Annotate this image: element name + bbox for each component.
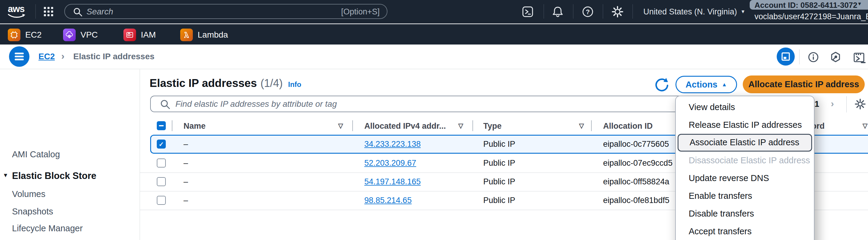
breadcrumb-bar: EC2 › Elastic IP addresses: [0, 45, 868, 69]
filter-funnel-icon[interactable]: ▽: [863, 122, 867, 129]
feedback-terminal-icon[interactable]: [852, 51, 864, 63]
cell-ip-link[interactable]: 34.233.223.138: [364, 139, 421, 149]
column-divider: [172, 120, 173, 131]
allocate-button-label: Allocate Elastic IP address: [748, 79, 859, 89]
aws-logo-text: aws: [8, 4, 25, 14]
menu-item-view-details[interactable]: View details: [676, 98, 814, 116]
help-icon[interactable]: ?: [581, 5, 594, 18]
cell-allocation-id: eipalloc-0fe81bdf5: [603, 196, 670, 205]
menu-item-associate-elastic-ip[interactable]: Associate Elastic IP address: [678, 134, 812, 152]
sidebar-section-elastic-block-store[interactable]: Elastic Block Store: [12, 170, 96, 181]
iam-service-icon: [123, 29, 136, 41]
favorite-lambda[interactable]: Lambda: [180, 28, 228, 42]
filter-funnel-icon[interactable]: ▽: [338, 122, 343, 129]
pagination-page-1[interactable]: 1: [814, 99, 819, 109]
topbar-divider: [632, 4, 633, 19]
actions-button-label: Actions: [685, 80, 717, 90]
cell-name: –: [184, 177, 188, 186]
vpc-service-icon: [63, 29, 76, 41]
column-header-name[interactable]: Name: [184, 122, 206, 131]
row-checkbox[interactable]: [157, 159, 166, 167]
favorite-iam[interactable]: IAM: [123, 28, 156, 42]
filter-search-icon: [160, 99, 170, 110]
cell-allocation-id: eipalloc-07ec9ccd5: [603, 159, 673, 168]
page-header: Elastic IP addresses (1/4) Info: [150, 77, 301, 90]
info-link[interactable]: Info: [288, 80, 301, 89]
menu-item-accept-transfers[interactable]: Accept transfers: [676, 222, 814, 240]
menu-item-release-elastic-ip[interactable]: Release Elastic IP addresses: [676, 116, 814, 134]
global-search[interactable]: [Option+S]: [64, 4, 388, 19]
actions-dropdown-menu: View details Release Elastic IP addresse…: [675, 96, 814, 240]
settings-gear-icon[interactable]: [611, 5, 624, 18]
menu-item-enable-transfers[interactable]: Enable transfers: [676, 187, 814, 205]
region-selector[interactable]: United States (N. Virginia) ▼: [643, 0, 745, 23]
info-panel-icon[interactable]: [807, 51, 819, 63]
favorites-bar: EC2 VPC IAM Lambd: [0, 24, 868, 45]
column-header-ipv4[interactable]: Allocated IPv4 addr...: [364, 122, 446, 131]
breadcrumb-divider: [799, 49, 800, 64]
topbar-divider: [544, 4, 544, 19]
row-checkbox[interactable]: [157, 196, 166, 205]
account-menu[interactable]: Account ID: 0582-6411-3072 ▼: [750, 0, 868, 10]
search-shortcut-hint: [Option+S]: [341, 7, 380, 17]
search-icon: [73, 7, 83, 17]
menu-item-update-reverse-dns[interactable]: Update reverse DNS: [676, 169, 814, 187]
cell-type: Public IP: [483, 139, 516, 149]
breadcrumb-ec2-link[interactable]: EC2: [38, 52, 55, 61]
cell-name: –: [184, 139, 188, 149]
refresh-button[interactable]: [654, 77, 670, 92]
section-collapse-icon: ▼: [3, 172, 8, 179]
pagination-divider: [846, 96, 847, 112]
services-grid-icon[interactable]: [43, 6, 56, 19]
actions-triangle-icon: ▲: [722, 81, 727, 88]
cloudshell-icon[interactable]: [521, 5, 534, 18]
cell-type: Public IP: [483, 177, 516, 186]
cell-ip-link[interactable]: 52.203.209.67: [364, 159, 416, 168]
sidebar-navigation: AMI Catalog ▼ Elastic Block Store Volume…: [0, 70, 140, 240]
column-header-allocation-id[interactable]: Allocation ID: [603, 122, 653, 131]
notifications-bell-icon[interactable]: [551, 5, 564, 18]
aws-smile-icon: [7, 13, 26, 19]
cell-name: –: [184, 196, 188, 205]
row-checkbox[interactable]: [157, 177, 166, 186]
search-input[interactable]: [86, 6, 321, 18]
column-header-type[interactable]: Type: [483, 122, 502, 131]
cell-allocation-id: eipalloc-0ff58824a: [603, 177, 669, 186]
account-caret-icon: ▼: [857, 1, 862, 7]
ec2-service-icon: [8, 29, 21, 41]
select-all-checkbox[interactable]: [157, 121, 166, 130]
topbar-divider: [573, 4, 574, 19]
row-checkbox-checked[interactable]: ✓: [157, 139, 166, 149]
cell-ip-link[interactable]: 54.197.148.165: [364, 177, 421, 186]
hamburger-icon: [14, 52, 24, 61]
sidebar-item-ami-catalog[interactable]: AMI Catalog: [12, 150, 60, 159]
pagination-next-icon[interactable]: ›: [831, 98, 834, 109]
selection-count: (1/4): [260, 77, 283, 90]
actions-button[interactable]: Actions ▲: [676, 76, 737, 93]
menu-item-disable-transfers[interactable]: Disable transfers: [676, 205, 814, 222]
favorite-label: IAM: [141, 30, 156, 40]
favorite-vpc[interactable]: VPC: [63, 28, 98, 42]
sidebar-menu-button[interactable]: [9, 46, 29, 67]
account-id-selected-text: Account ID: 0582-6411-3072: [754, 1, 858, 10]
column-divider: [591, 120, 592, 131]
sidebar-item-lifecycle-manager[interactable]: Lifecycle Manager: [12, 223, 83, 233]
split-panel-button[interactable]: [777, 48, 795, 65]
filter-funnel-icon[interactable]: ▽: [458, 122, 463, 129]
table-preferences-gear-icon[interactable]: [854, 98, 866, 110]
column-divider: [472, 120, 473, 131]
allocate-elastic-ip-button[interactable]: Allocate Elastic IP address: [743, 76, 865, 93]
sidebar-item-volumes[interactable]: Volumes: [12, 189, 45, 199]
sidebar-item-snapshots[interactable]: Snapshots: [12, 207, 53, 217]
amazon-q-icon[interactable]: [830, 51, 842, 63]
menu-item-disassociate-elastic-ip: Disassociate Elastic IP address: [676, 152, 814, 169]
favorite-label: VPC: [81, 30, 98, 40]
favorite-ec2[interactable]: EC2: [8, 28, 41, 42]
topbar-divider: [603, 4, 603, 19]
filter-input[interactable]: [175, 98, 747, 111]
aws-logo[interactable]: aws: [8, 4, 27, 20]
breadcrumb-separator: ›: [61, 51, 65, 62]
cell-ip-link[interactable]: 98.85.214.65: [364, 196, 412, 205]
page-title: Elastic IP addresses: [150, 77, 257, 90]
filter-funnel-icon[interactable]: ▽: [579, 122, 584, 129]
